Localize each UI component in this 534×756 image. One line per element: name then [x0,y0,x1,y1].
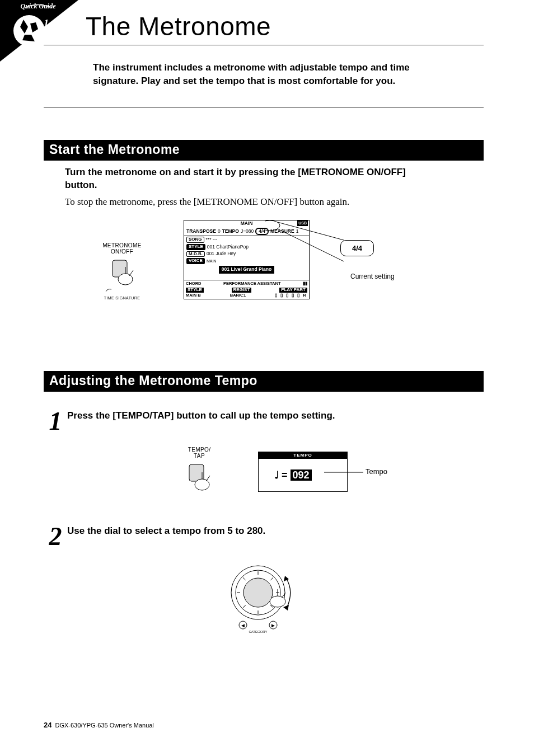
svg-point-21 [270,596,285,607]
svg-text:1: 1 [44,18,49,29]
callout-connector [265,218,405,279]
section-heading-tempo: Adjusting the Metronome Tempo [44,371,484,392]
svg-text:CATEGORY: CATEGORY [249,630,267,633]
svg-line-17 [243,577,246,580]
tempo-tap-button-diagram: TEMPO/ TAP [180,447,219,497]
start-instruction-bold: Turn the metronome on and start it by pr… [65,166,423,192]
intro-paragraph: The instrument includes a metronome with… [93,61,418,88]
page-footer: 24DGX-630/YPG-635 Owner's Manual [44,721,154,729]
start-instruction-regular: To stop the metronome, press the [METRON… [65,196,423,209]
metronome-button-diagram: METRONOME ON/OFF TIME SIGNATURE [97,242,147,300]
svg-text:◄: ◄ [240,622,246,628]
step-number-1: 1 [44,410,67,433]
svg-text:►: ► [270,622,276,628]
step1-text: Press the [TEMPO/TAP] button to call up … [67,410,335,422]
svg-line-20 [270,577,273,580]
svg-point-12 [243,578,273,607]
svg-text:Quick Guide: Quick Guide [21,2,57,10]
svg-line-19 [243,605,246,608]
step-number-2: 2 [44,525,67,548]
svg-text:2: 2 [48,44,53,55]
section-heading-start: Start the Metronome [44,140,484,161]
svg-point-5 [118,274,133,285]
svg-rect-7 [189,464,204,481]
svg-point-8 [195,479,209,490]
callout-timesig: 4/4 [340,240,374,256]
svg-point-1 [13,15,45,46]
callout-current-setting: Current setting [350,273,395,280]
page-title: The Metronome [86,11,484,41]
tempo-callout-label: Tempo [366,467,387,476]
quick-guide-logo: Quick Guide 1 2 [0,0,78,62]
step2-text: Use the dial to select a tempo from 5 to… [67,525,265,538]
dial-diagram: ◄ ► CATEGORY [44,559,484,637]
